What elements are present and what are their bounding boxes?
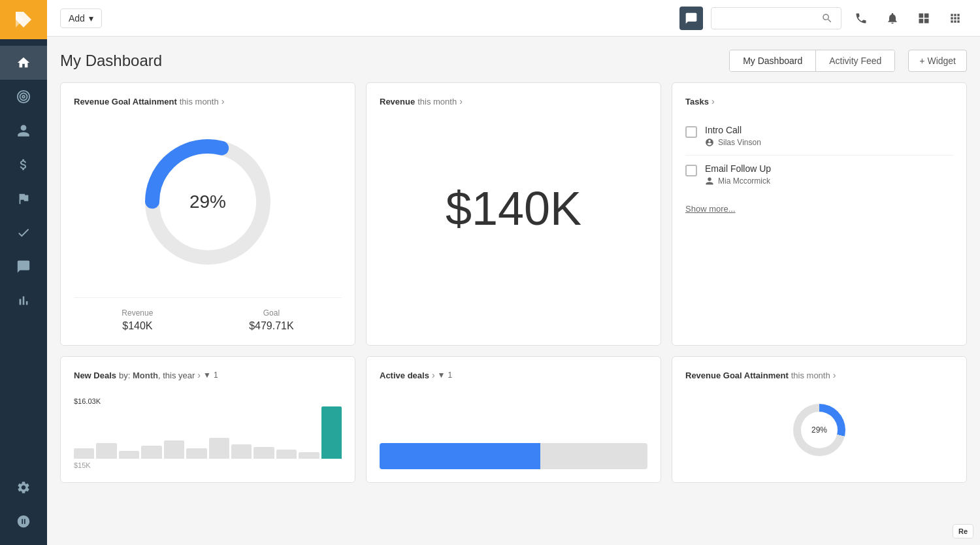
task-checkbox-1[interactable] bbox=[685, 165, 697, 176]
active-deals-title: Active deals › ▼ 1 bbox=[380, 370, 647, 380]
sidebar-item-zendesk[interactable] bbox=[0, 504, 47, 538]
active-deals-filter[interactable]: ▼ 1 bbox=[438, 371, 453, 380]
bar-chart bbox=[74, 406, 342, 459]
active-deals-chevron[interactable]: › bbox=[432, 370, 435, 380]
bar-10 bbox=[276, 450, 297, 459]
page-title: My Dashboard bbox=[60, 52, 716, 70]
filter-icon-active: ▼ bbox=[438, 371, 446, 380]
revenue-goal-chevron[interactable]: › bbox=[221, 96, 225, 107]
bar-1 bbox=[74, 448, 94, 459]
bar-9 bbox=[253, 447, 274, 459]
sidebar-item-tasks[interactable] bbox=[0, 216, 47, 250]
mini-donut: 29% bbox=[793, 404, 845, 456]
task-info-0: Intro Call Silas Vinson bbox=[705, 125, 953, 147]
task-checkbox-0[interactable] bbox=[685, 126, 697, 138]
task-assignee-name-0: Silas Vinson bbox=[718, 138, 761, 147]
revenue-goal-bottom-title-secondary: this month bbox=[791, 371, 830, 380]
add-widget-button[interactable]: + Widget bbox=[908, 50, 967, 72]
filter-icon: ▼ bbox=[203, 371, 211, 380]
sidebar-item-analytics[interactable] bbox=[0, 284, 47, 318]
bar-6 bbox=[186, 448, 206, 459]
tasks-list: Intro Call Silas Vinson Email Follow Up bbox=[685, 117, 953, 193]
dashboard-header: My Dashboard My Dashboard Activity Feed … bbox=[60, 37, 967, 82]
revenue-month-title: Revenue this month › bbox=[380, 96, 647, 107]
revenue-goal-card: Revenue Goal Attainment this month › 29% bbox=[60, 82, 355, 346]
tasks-chevron[interactable]: › bbox=[711, 96, 715, 107]
bar-12-highlight bbox=[321, 406, 342, 459]
sidebar-item-activity[interactable] bbox=[0, 80, 47, 114]
search-input[interactable] bbox=[717, 13, 821, 23]
mini-donut-label: 29% bbox=[801, 412, 838, 448]
add-label: Add bbox=[69, 13, 85, 24]
sidebar-item-reports[interactable] bbox=[0, 182, 47, 216]
phone-icon-button[interactable] bbox=[849, 7, 873, 30]
sidebar-item-contacts[interactable] bbox=[0, 114, 47, 148]
revenue-month-card: Revenue this month › $140K bbox=[366, 82, 661, 346]
revenue-goal-title: Revenue Goal Attainment this month › bbox=[74, 96, 342, 107]
sidebar-logo[interactable] bbox=[0, 0, 47, 39]
new-deals-chevron[interactable]: › bbox=[197, 370, 201, 380]
task-assignee-1: Mia Mccormick bbox=[705, 176, 953, 186]
sidebar-bottom bbox=[0, 471, 47, 545]
bar-4 bbox=[141, 446, 161, 459]
sidebar-item-messages[interactable] bbox=[0, 250, 47, 284]
add-button[interactable]: Add ▾ bbox=[60, 8, 102, 28]
active-deals-bar bbox=[380, 443, 647, 469]
new-deals-card: New Deals by: Month, this year › ▼ 1 $16… bbox=[60, 356, 355, 483]
person-icon-0 bbox=[705, 138, 714, 147]
tasks-title-main: Tasks bbox=[685, 97, 709, 107]
tasks-card: Tasks › Intro Call Silas Vinson bbox=[672, 82, 967, 346]
active-deals-chart bbox=[380, 391, 647, 469]
sidebar-nav bbox=[0, 39, 47, 471]
bar-8 bbox=[231, 444, 252, 459]
task-name-1: Email Follow Up bbox=[705, 163, 953, 174]
main-content: Add ▾ My Dashboard My Dashboard bbox=[47, 0, 980, 545]
person-icon-1 bbox=[705, 176, 714, 186]
task-info-1: Email Follow Up Mia Mccormick bbox=[705, 163, 953, 186]
tab-my-dashboard[interactable]: My Dashboard bbox=[730, 50, 816, 71]
sidebar-item-home[interactable] bbox=[0, 46, 47, 80]
search-container bbox=[711, 7, 841, 29]
revenue-month-title-secondary: this month bbox=[417, 97, 457, 107]
footer-badge: Re bbox=[953, 524, 973, 538]
revenue-month-chevron[interactable]: › bbox=[459, 96, 463, 107]
show-more-button[interactable]: Show more... bbox=[685, 204, 953, 214]
revenue-big-value: $140K bbox=[380, 117, 647, 300]
sidebar-item-deals[interactable] bbox=[0, 148, 47, 182]
grid-icon-button[interactable] bbox=[912, 7, 936, 30]
tab-activity-feed[interactable]: Activity Feed bbox=[816, 50, 894, 71]
tasks-title: Tasks › bbox=[685, 96, 953, 107]
bar-2 bbox=[96, 443, 116, 459]
bottom-cards-grid: New Deals by: Month, this year › ▼ 1 $16… bbox=[60, 356, 967, 483]
top-cards-grid: Revenue Goal Attainment this month › 29% bbox=[60, 82, 967, 346]
revenue-month-title-main: Revenue bbox=[380, 97, 415, 107]
sidebar-item-settings[interactable] bbox=[0, 471, 47, 504]
active-deals-card: Active deals › ▼ 1 bbox=[366, 356, 661, 483]
revenue-goal-bottom-content: 29% bbox=[685, 391, 953, 469]
footer-goal: Goal $479.71K bbox=[249, 308, 294, 332]
goal-label: Goal bbox=[249, 308, 294, 318]
active-deals-title-main: Active deals bbox=[380, 371, 429, 380]
tab-group: My Dashboard Activity Feed bbox=[729, 50, 895, 72]
footer-revenue: Revenue $140K bbox=[122, 308, 153, 332]
revenue-goal-bottom-title-main: Revenue Goal Attainment bbox=[685, 371, 789, 380]
revenue-goal-footer: Revenue $140K Goal $479.71K bbox=[74, 297, 342, 332]
svg-point-1 bbox=[20, 93, 27, 101]
revenue-value: $140K bbox=[122, 320, 153, 332]
revenue-goal-title-main: Revenue Goal Attainment bbox=[74, 97, 177, 107]
chat-icon-button[interactable] bbox=[679, 7, 703, 30]
task-item-1: Email Follow Up Mia Mccormick bbox=[685, 156, 953, 193]
revenue-goal-bottom-card: Revenue Goal Attainment this month › 29% bbox=[672, 356, 967, 483]
donut-percentage: 29% bbox=[189, 191, 226, 212]
task-assignee-name-1: Mia Mccormick bbox=[718, 176, 770, 186]
bell-icon-button[interactable] bbox=[881, 7, 904, 30]
apps-icon-button[interactable] bbox=[943, 7, 967, 30]
new-deals-filter[interactable]: ▼ 1 bbox=[203, 371, 218, 380]
donut-container: 29% bbox=[74, 117, 342, 287]
bar-7 bbox=[209, 438, 229, 459]
bar-label: $15K bbox=[74, 461, 342, 469]
goal-value: $479.71K bbox=[249, 320, 294, 332]
revenue-goal-bottom-chevron[interactable]: › bbox=[833, 370, 836, 380]
task-item-0: Intro Call Silas Vinson bbox=[685, 117, 953, 156]
new-deals-chart-area: $16.03K $15K bbox=[74, 391, 342, 469]
